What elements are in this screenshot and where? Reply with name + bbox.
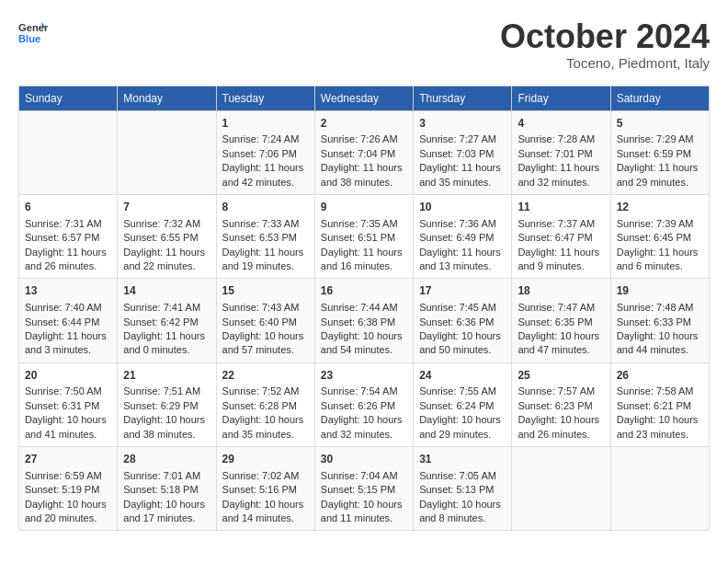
day-number: 7 bbox=[123, 200, 210, 215]
day-info: Sunrise: 7:05 AM bbox=[419, 469, 506, 483]
calendar-cell: 3Sunrise: 7:27 AMSunset: 7:03 PMDaylight… bbox=[414, 110, 512, 194]
day-of-week-header: Thursday bbox=[414, 86, 512, 110]
day-number: 28 bbox=[123, 452, 210, 467]
day-info: Sunset: 6:53 PM bbox=[222, 231, 309, 245]
day-of-week-header: Monday bbox=[118, 86, 216, 110]
day-number: 16 bbox=[321, 283, 407, 299]
day-number: 22 bbox=[222, 368, 309, 384]
calendar-cell: 27Sunrise: 6:59 AMSunset: 5:19 PMDayligh… bbox=[19, 447, 118, 531]
day-info: Sunrise: 7:37 AM bbox=[518, 217, 604, 231]
calendar-cell bbox=[512, 447, 610, 531]
day-info: Sunrise: 7:04 AM bbox=[321, 469, 407, 483]
day-info: Daylight: 11 hours and 35 minutes. bbox=[419, 161, 506, 190]
calendar-cell bbox=[118, 110, 216, 194]
day-info: Daylight: 10 hours and 47 minutes. bbox=[518, 329, 604, 358]
day-info: Sunset: 6:40 PM bbox=[222, 316, 309, 329]
day-number: 30 bbox=[321, 452, 407, 467]
calendar-cell: 22Sunrise: 7:52 AMSunset: 6:28 PMDayligh… bbox=[216, 362, 314, 446]
day-number: 17 bbox=[419, 283, 506, 299]
calendar-week-row: 1Sunrise: 7:24 AMSunset: 7:06 PMDaylight… bbox=[19, 110, 710, 194]
day-info: Sunset: 6:44 PM bbox=[25, 316, 111, 329]
day-info: Daylight: 11 hours and 3 minutes. bbox=[25, 329, 111, 358]
day-info: Daylight: 11 hours and 6 minutes. bbox=[617, 246, 703, 274]
day-info: Daylight: 10 hours and 11 minutes. bbox=[321, 498, 407, 526]
day-info: Daylight: 10 hours and 50 minutes. bbox=[419, 329, 506, 358]
day-info: Sunrise: 7:29 AM bbox=[617, 132, 703, 146]
calendar-cell: 26Sunrise: 7:58 AMSunset: 6:21 PMDayligh… bbox=[610, 362, 709, 446]
day-info: Sunset: 6:45 PM bbox=[617, 231, 703, 245]
calendar-cell: 13Sunrise: 7:40 AMSunset: 6:44 PMDayligh… bbox=[19, 279, 118, 362]
day-info: Sunrise: 7:32 AM bbox=[123, 217, 210, 231]
day-info: Daylight: 11 hours and 13 minutes. bbox=[419, 246, 506, 274]
calendar-week-row: 20Sunrise: 7:50 AMSunset: 6:31 PMDayligh… bbox=[19, 362, 710, 446]
day-info: Daylight: 11 hours and 29 minutes. bbox=[617, 161, 703, 190]
calendar-cell bbox=[19, 110, 118, 194]
day-info: Sunrise: 7:27 AM bbox=[419, 132, 506, 146]
day-info: Sunrise: 7:57 AM bbox=[518, 385, 604, 398]
location-subtitle: Toceno, Piedmont, Italy bbox=[500, 55, 710, 71]
day-info: Daylight: 11 hours and 16 minutes. bbox=[321, 246, 407, 274]
day-info: Sunrise: 7:43 AM bbox=[222, 301, 309, 315]
day-info: Sunset: 6:36 PM bbox=[419, 316, 506, 329]
calendar-header-row: SundayMondayTuesdayWednesdayThursdayFrid… bbox=[19, 86, 710, 110]
day-info: Sunset: 7:03 PM bbox=[419, 147, 506, 161]
day-info: Daylight: 10 hours and 41 minutes. bbox=[25, 413, 111, 442]
day-info: Sunrise: 7:24 AM bbox=[222, 132, 309, 146]
day-number: 10 bbox=[419, 200, 506, 215]
day-info: Sunset: 6:55 PM bbox=[123, 231, 210, 245]
day-number: 3 bbox=[419, 116, 506, 132]
calendar-cell: 11Sunrise: 7:37 AMSunset: 6:47 PMDayligh… bbox=[512, 194, 610, 278]
logo: General Blue bbox=[18, 18, 48, 48]
day-info: Sunset: 6:57 PM bbox=[25, 231, 111, 245]
day-info: Daylight: 10 hours and 23 minutes. bbox=[617, 413, 703, 442]
calendar-cell: 16Sunrise: 7:44 AMSunset: 6:38 PMDayligh… bbox=[314, 279, 413, 362]
calendar-cell: 2Sunrise: 7:26 AMSunset: 7:04 PMDaylight… bbox=[314, 110, 413, 194]
calendar-cell: 25Sunrise: 7:57 AMSunset: 6:23 PMDayligh… bbox=[512, 362, 610, 446]
day-number: 21 bbox=[123, 368, 210, 384]
calendar-week-row: 13Sunrise: 7:40 AMSunset: 6:44 PMDayligh… bbox=[19, 279, 710, 362]
day-info: Sunrise: 7:40 AM bbox=[25, 301, 111, 315]
day-info: Daylight: 10 hours and 17 minutes. bbox=[123, 498, 210, 526]
day-number: 8 bbox=[222, 200, 309, 215]
day-info: Sunrise: 7:55 AM bbox=[419, 385, 506, 398]
day-of-week-header: Saturday bbox=[610, 86, 709, 110]
calendar-cell: 29Sunrise: 7:02 AMSunset: 5:16 PMDayligh… bbox=[216, 447, 314, 531]
day-info: Daylight: 10 hours and 26 minutes. bbox=[518, 413, 604, 442]
day-info: Daylight: 10 hours and 8 minutes. bbox=[419, 498, 506, 526]
day-info: Sunset: 6:47 PM bbox=[518, 231, 604, 245]
day-info: Daylight: 10 hours and 29 minutes. bbox=[419, 413, 506, 442]
day-info: Daylight: 11 hours and 22 minutes. bbox=[123, 246, 210, 274]
day-info: Sunset: 6:38 PM bbox=[321, 316, 407, 329]
calendar-cell: 12Sunrise: 7:39 AMSunset: 6:45 PMDayligh… bbox=[610, 194, 709, 278]
day-info: Sunset: 7:04 PM bbox=[321, 147, 407, 161]
day-info: Sunrise: 7:33 AM bbox=[222, 217, 309, 231]
day-info: Daylight: 11 hours and 26 minutes. bbox=[25, 246, 111, 274]
logo-icon: General Blue bbox=[18, 18, 48, 48]
day-info: Sunset: 6:24 PM bbox=[419, 399, 506, 413]
calendar-cell: 9Sunrise: 7:35 AMSunset: 6:51 PMDaylight… bbox=[314, 194, 413, 278]
calendar-cell: 7Sunrise: 7:32 AMSunset: 6:55 PMDaylight… bbox=[118, 194, 216, 278]
day-of-week-header: Sunday bbox=[19, 86, 118, 110]
day-of-week-header: Wednesday bbox=[314, 86, 413, 110]
day-number: 1 bbox=[222, 116, 309, 132]
day-info: Sunset: 5:16 PM bbox=[222, 483, 309, 497]
day-info: Sunrise: 7:52 AM bbox=[222, 385, 309, 398]
day-info: Sunrise: 7:35 AM bbox=[321, 217, 407, 231]
day-info: Sunset: 6:51 PM bbox=[321, 231, 407, 245]
day-info: Sunrise: 6:59 AM bbox=[25, 469, 111, 483]
calendar-cell: 18Sunrise: 7:47 AMSunset: 6:35 PMDayligh… bbox=[512, 279, 610, 362]
day-info: Sunrise: 7:58 AM bbox=[617, 385, 703, 398]
calendar-cell: 28Sunrise: 7:01 AMSunset: 5:18 PMDayligh… bbox=[118, 447, 216, 531]
calendar-cell: 4Sunrise: 7:28 AMSunset: 7:01 PMDaylight… bbox=[512, 110, 610, 194]
calendar-cell: 21Sunrise: 7:51 AMSunset: 6:29 PMDayligh… bbox=[118, 362, 216, 446]
day-of-week-header: Friday bbox=[512, 86, 610, 110]
calendar-cell: 6Sunrise: 7:31 AMSunset: 6:57 PMDaylight… bbox=[19, 194, 118, 278]
calendar-week-row: 6Sunrise: 7:31 AMSunset: 6:57 PMDaylight… bbox=[19, 194, 710, 278]
day-info: Daylight: 10 hours and 54 minutes. bbox=[321, 329, 407, 358]
day-number: 13 bbox=[25, 283, 111, 299]
calendar-cell: 24Sunrise: 7:55 AMSunset: 6:24 PMDayligh… bbox=[414, 362, 512, 446]
day-number: 14 bbox=[123, 283, 210, 299]
calendar-cell: 14Sunrise: 7:41 AMSunset: 6:42 PMDayligh… bbox=[118, 279, 216, 362]
day-info: Sunset: 6:49 PM bbox=[419, 231, 506, 245]
day-info: Daylight: 11 hours and 19 minutes. bbox=[222, 246, 309, 274]
